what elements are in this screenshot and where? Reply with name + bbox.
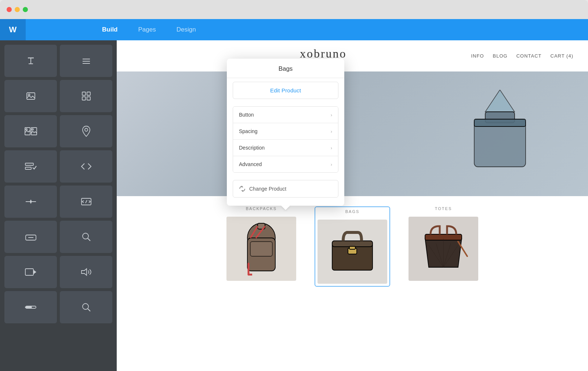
site-nav-contact[interactable]: CONTACT <box>516 53 542 59</box>
sidebar <box>0 40 117 371</box>
category-bags[interactable]: BAGS <box>315 206 390 287</box>
bar-element-button[interactable] <box>4 291 57 323</box>
menu-icon <box>80 55 92 67</box>
svg-point-25 <box>83 233 88 239</box>
popup-menu-section: Button › Spacing › Description › Advan <box>227 106 344 180</box>
site-nav-blog[interactable]: BLOG <box>493 53 508 59</box>
search2-icon <box>81 302 91 312</box>
tote-shape <box>418 223 469 275</box>
backpack-shape <box>239 220 283 278</box>
svg-rect-10 <box>82 97 86 100</box>
divider-element-button[interactable] <box>4 186 57 218</box>
svg-marker-20 <box>30 199 32 204</box>
code-element-button[interactable] <box>60 150 112 183</box>
search2-element-button[interactable] <box>60 291 112 323</box>
nav-logo[interactable]: W <box>0 19 26 40</box>
image-icon <box>25 90 37 102</box>
backpacks-image <box>226 217 296 281</box>
svg-marker-37 <box>485 90 515 112</box>
change-product-label: Change Product <box>249 186 286 192</box>
svg-marker-29 <box>81 269 87 275</box>
text-element-button[interactable] <box>4 45 57 77</box>
site-nav-info[interactable]: INFO <box>471 53 484 59</box>
site-nav: INFO BLOG CONTACT CART (4) <box>471 53 573 59</box>
category-totes-label: TOTES <box>435 206 452 211</box>
svg-line-33 <box>88 309 90 311</box>
category-bags-label: BAGS <box>345 209 360 214</box>
popup-menu-button-label: Button <box>239 112 254 118</box>
svg-rect-6 <box>27 93 35 99</box>
chevron-right-icon: › <box>331 145 332 151</box>
audio-element-button[interactable] <box>60 256 112 288</box>
divider-icon <box>25 198 37 205</box>
popup-menu-description[interactable]: Description › <box>233 140 338 156</box>
svg-rect-8 <box>82 92 86 95</box>
svg-point-14 <box>26 129 27 130</box>
category-totes[interactable]: TOTES <box>409 206 478 287</box>
maximize-dot[interactable] <box>23 7 28 12</box>
video-element-button[interactable] <box>4 256 57 288</box>
embed-element-button[interactable] <box>60 186 112 218</box>
content-area: xobruno Portland, Oregon INFO BLOG CONTA… <box>117 40 588 371</box>
chevron-right-icon: › <box>331 112 332 118</box>
svg-rect-47 <box>332 241 373 247</box>
button-element-button[interactable] <box>4 221 57 253</box>
popup-header: Bags <box>227 59 344 78</box>
form-element-button[interactable] <box>4 150 57 183</box>
popup-menu-advanced[interactable]: Advanced › <box>233 156 338 172</box>
site-nav-cart[interactable]: CART (4) <box>551 53 573 59</box>
totes-image <box>409 217 478 281</box>
popup-menu-button[interactable]: Button › <box>233 107 338 123</box>
svg-rect-27 <box>25 269 33 275</box>
svg-rect-18 <box>25 167 31 169</box>
image-element-button[interactable] <box>4 80 57 112</box>
form-icon <box>25 161 37 172</box>
main-layout: xobruno Portland, Oregon INFO BLOG CONTA… <box>0 40 588 371</box>
category-backpacks-label: BACKPACKS <box>246 206 277 211</box>
hero-bag-image <box>463 90 537 178</box>
video-icon <box>25 267 37 277</box>
mac-titlebar <box>0 0 588 19</box>
close-dot[interactable] <box>7 7 12 12</box>
svg-rect-11 <box>87 97 90 100</box>
nav-build[interactable]: Build <box>92 19 128 40</box>
popup-edit-section: Edit Product <box>227 78 344 103</box>
svg-line-22 <box>86 200 87 203</box>
category-backpacks[interactable]: BACKPACKS <box>226 206 296 287</box>
minimize-dot[interactable] <box>15 7 20 12</box>
top-navbar: W Build Pages Design <box>0 19 588 40</box>
popup-menu-description-label: Description <box>239 145 265 151</box>
search-icon <box>81 232 91 242</box>
nav-design[interactable]: Design <box>166 19 206 40</box>
text-icon <box>25 55 37 67</box>
chevron-right-icon: › <box>331 129 332 134</box>
svg-marker-28 <box>33 270 36 274</box>
popup-change-section: Change Product <box>227 180 344 206</box>
button-icon <box>25 233 37 240</box>
popup-title: Bags <box>279 65 293 72</box>
menu-element-button[interactable] <box>60 45 112 77</box>
svg-line-26 <box>88 238 90 241</box>
popup-menu-spacing-label: Spacing <box>239 128 258 134</box>
change-product-icon <box>239 186 246 192</box>
change-product-button[interactable]: Change Product <box>233 180 338 198</box>
edit-product-button[interactable]: Edit Product <box>233 82 338 99</box>
code-icon <box>80 161 92 172</box>
grid-element-button[interactable] <box>60 80 112 112</box>
weebly-logo: W <box>9 25 17 34</box>
svg-rect-9 <box>87 92 90 95</box>
gallery-icon <box>25 126 37 136</box>
site-hero <box>117 71 588 196</box>
location-element-button[interactable] <box>60 115 112 147</box>
svg-point-15 <box>32 129 33 130</box>
nav-pages[interactable]: Pages <box>128 19 166 40</box>
popup-menu-spacing[interactable]: Spacing › <box>233 123 338 140</box>
audio-icon <box>80 267 92 277</box>
svg-rect-17 <box>25 163 33 165</box>
gallery-element-button[interactable] <box>4 115 57 147</box>
svg-rect-36 <box>474 119 526 126</box>
chevron-right-icon: › <box>331 162 332 167</box>
svg-point-32 <box>83 304 88 309</box>
popup-panel: Bags Edit Product Button › Spacing › <box>227 59 344 206</box>
search-element-button[interactable] <box>60 221 112 253</box>
